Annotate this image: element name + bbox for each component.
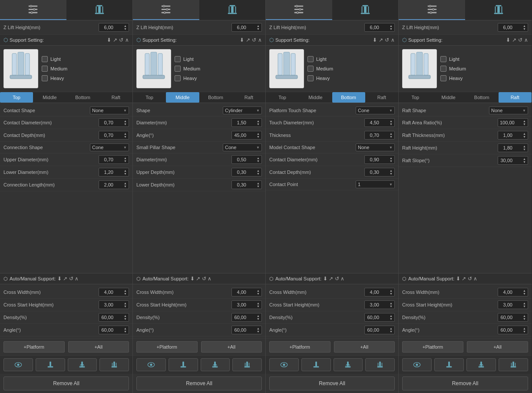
support3-icon-btn[interactable] xyxy=(499,358,528,371)
auto-collapse-icon[interactable]: ∧ xyxy=(340,276,344,282)
platform-button[interactable]: +Platform xyxy=(402,341,463,353)
checkbox-row-heavy[interactable]: Heavy xyxy=(440,75,466,81)
checkbox-row-light[interactable]: Light xyxy=(307,56,333,62)
eye-icon-btn[interactable] xyxy=(136,358,166,371)
export-icon[interactable]: ↗ xyxy=(246,37,250,43)
import-icon[interactable]: ⬇ xyxy=(240,37,244,43)
auto-export-icon[interactable]: ↗ xyxy=(329,276,333,282)
export-icon[interactable]: ↗ xyxy=(512,37,516,43)
tab-middle[interactable]: Middle xyxy=(432,92,466,103)
collapse-icon[interactable]: ∧ xyxy=(125,37,129,43)
header-tab-model[interactable] xyxy=(199,0,266,20)
tab-bottom[interactable]: Bottom xyxy=(199,92,232,103)
checkbox-heavy[interactable] xyxy=(440,75,446,81)
remove-all-button[interactable]: Remove All xyxy=(402,376,528,390)
support3-icon-btn[interactable] xyxy=(232,358,262,371)
auto-refresh-icon[interactable]: ↺ xyxy=(69,276,73,282)
eye-icon-btn[interactable] xyxy=(3,358,33,371)
checkbox-row-light[interactable]: Light xyxy=(440,56,466,62)
import-icon[interactable]: ⬇ xyxy=(107,37,111,43)
support1-icon-btn[interactable] xyxy=(434,358,464,371)
all-button[interactable]: +All xyxy=(334,341,395,353)
tab-top[interactable]: Top xyxy=(133,92,166,103)
support3-icon-btn[interactable] xyxy=(365,358,395,371)
collapse-icon[interactable]: ∧ xyxy=(524,37,528,43)
refresh-icon[interactable]: ↺ xyxy=(518,37,522,43)
checkbox-row-heavy[interactable]: Heavy xyxy=(175,75,200,81)
platform-button[interactable]: +Platform xyxy=(269,341,330,353)
support2-icon-btn[interactable] xyxy=(68,358,97,371)
collapse-icon[interactable]: ∧ xyxy=(391,37,395,43)
auto-collapse-icon[interactable]: ∧ xyxy=(75,276,79,282)
tab-raft[interactable]: Raft xyxy=(232,92,265,103)
auto-import-icon[interactable]: ⬇ xyxy=(57,276,62,282)
refresh-icon[interactable]: ↺ xyxy=(252,37,256,43)
export-icon[interactable]: ↗ xyxy=(379,37,383,43)
checkbox-medium[interactable] xyxy=(42,66,48,72)
checkbox-row-light[interactable]: Light xyxy=(42,56,67,62)
checkbox-row-medium[interactable]: Medium xyxy=(307,66,333,72)
checkbox-row-heavy[interactable]: Heavy xyxy=(307,75,333,81)
header-tab-settings[interactable] xyxy=(266,0,332,20)
header-tab-model[interactable] xyxy=(465,0,532,20)
header-tab-settings[interactable] xyxy=(133,0,199,20)
tab-top[interactable]: Top xyxy=(266,92,299,103)
refresh-icon[interactable]: ↺ xyxy=(119,37,123,43)
header-tab-settings[interactable] xyxy=(399,0,465,20)
support1-icon-btn[interactable] xyxy=(301,358,331,371)
auto-refresh-icon[interactable]: ↺ xyxy=(202,276,206,282)
checkbox-medium[interactable] xyxy=(175,66,181,72)
import-icon[interactable]: ⬇ xyxy=(506,37,510,43)
auto-export-icon[interactable]: ↗ xyxy=(462,276,466,282)
auto-import-icon[interactable]: ⬇ xyxy=(190,276,195,282)
tab-raft[interactable]: Raft xyxy=(499,92,532,103)
eye-icon-btn[interactable] xyxy=(269,358,299,371)
auto-import-icon[interactable]: ⬇ xyxy=(456,276,460,282)
header-tab-settings[interactable] xyxy=(0,0,66,20)
checkbox-medium[interactable] xyxy=(307,66,314,72)
tab-top[interactable]: Top xyxy=(399,92,432,103)
tab-middle[interactable]: Middle xyxy=(166,92,199,103)
checkbox-light[interactable] xyxy=(307,56,314,62)
support3-icon-btn[interactable] xyxy=(99,358,129,371)
checkbox-light[interactable] xyxy=(440,56,446,62)
header-tab-model[interactable] xyxy=(332,0,399,20)
export-icon[interactable]: ↗ xyxy=(113,37,117,43)
all-button[interactable]: +All xyxy=(68,341,129,353)
header-tab-model[interactable] xyxy=(66,0,133,20)
tab-raft[interactable]: Raft xyxy=(365,92,398,103)
auto-collapse-icon[interactable]: ∧ xyxy=(208,276,211,282)
checkbox-heavy[interactable] xyxy=(307,75,314,81)
checkbox-row-heavy[interactable]: Heavy xyxy=(42,75,67,81)
support2-icon-btn[interactable] xyxy=(466,358,496,371)
auto-import-icon[interactable]: ⬇ xyxy=(323,276,327,282)
auto-export-icon[interactable]: ↗ xyxy=(196,276,200,282)
tab-bottom[interactable]: Bottom xyxy=(332,92,365,103)
tab-raft[interactable]: Raft xyxy=(99,92,132,103)
support2-icon-btn[interactable] xyxy=(334,358,363,371)
collapse-icon[interactable]: ∧ xyxy=(258,37,262,43)
support1-icon-btn[interactable] xyxy=(36,358,65,371)
remove-all-button[interactable]: Remove All xyxy=(136,376,262,390)
checkbox-heavy[interactable] xyxy=(42,75,48,81)
checkbox-row-light[interactable]: Light xyxy=(175,56,200,62)
remove-all-button[interactable]: Remove All xyxy=(3,376,129,390)
tab-bottom[interactable]: Bottom xyxy=(465,92,499,103)
platform-button[interactable]: +Platform xyxy=(136,341,198,353)
tab-middle[interactable]: Middle xyxy=(33,92,66,103)
remove-all-button[interactable]: Remove All xyxy=(269,376,395,390)
auto-refresh-icon[interactable]: ↺ xyxy=(335,276,339,282)
tab-bottom[interactable]: Bottom xyxy=(66,92,99,103)
checkbox-heavy[interactable] xyxy=(175,75,181,81)
tab-top[interactable]: Top xyxy=(0,92,33,103)
refresh-icon[interactable]: ↺ xyxy=(385,37,389,43)
eye-icon-btn[interactable] xyxy=(402,358,432,371)
support1-icon-btn[interactable] xyxy=(169,358,198,371)
tab-middle[interactable]: Middle xyxy=(299,92,332,103)
checkbox-row-medium[interactable]: Medium xyxy=(175,66,200,72)
platform-button[interactable]: +Platform xyxy=(3,341,65,353)
all-button[interactable]: +All xyxy=(467,341,528,353)
auto-export-icon[interactable]: ↗ xyxy=(63,276,67,282)
checkbox-row-medium[interactable]: Medium xyxy=(42,66,67,72)
checkbox-row-medium[interactable]: Medium xyxy=(440,66,466,72)
